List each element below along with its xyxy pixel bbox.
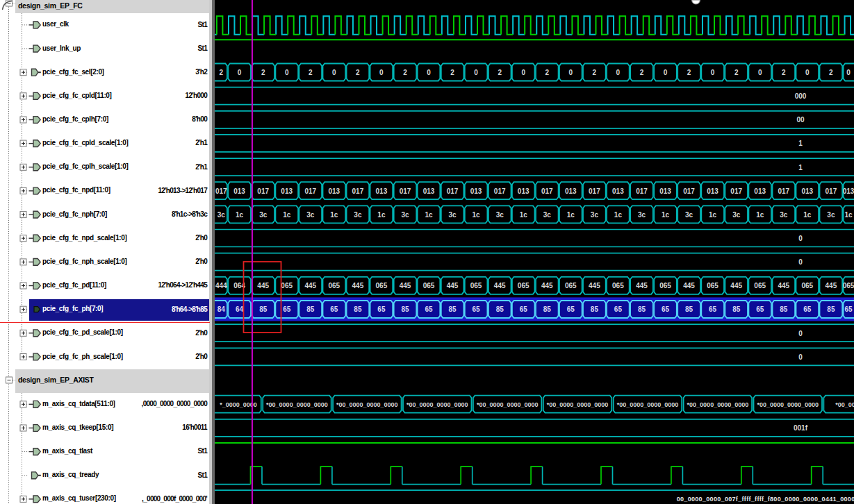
svg-text:85: 85 (591, 305, 599, 313)
svg-text:445: 445 (541, 282, 553, 289)
svg-text:3c: 3c (685, 211, 693, 219)
svg-text:1c: 1c (844, 211, 853, 219)
svg-text:445: 445 (400, 282, 411, 289)
svg-text:065: 065 (423, 282, 435, 289)
svg-text:85: 85 (827, 305, 835, 313)
svg-text:1c: 1c (567, 211, 575, 219)
svg-text:017: 017 (494, 187, 506, 195)
svg-text:3c: 3c (780, 211, 788, 219)
svg-text:1c: 1c (236, 211, 244, 219)
svg-text:013: 013 (423, 187, 435, 195)
svg-text:065: 065 (843, 282, 854, 289)
svg-text:065: 065 (565, 282, 577, 289)
svg-text:0: 0 (664, 69, 668, 76)
svg-text:3c: 3c (827, 211, 835, 219)
svg-text:*00_0000_0000_0000: *00_0000_0000_0000 (835, 401, 854, 408)
svg-text:65: 65 (520, 305, 528, 313)
svg-text:85: 85 (259, 305, 268, 313)
svg-text:013: 013 (801, 187, 813, 195)
svg-text:2: 2 (687, 69, 691, 76)
svg-text:*_0000_0000: *_0000_0000 (220, 401, 257, 408)
svg-text:85: 85 (401, 305, 409, 313)
svg-text:*00_0000_0000_0000: *00_0000_0000_0000 (266, 401, 328, 408)
svg-text:065: 065 (612, 282, 624, 289)
svg-text:85: 85 (306, 305, 315, 313)
svg-text:444: 444 (215, 282, 227, 289)
svg-text:000: 000 (795, 92, 807, 100)
svg-text:017: 017 (304, 187, 316, 195)
svg-text:85: 85 (354, 305, 362, 313)
svg-text:2: 2 (261, 69, 265, 76)
svg-text:85: 85 (685, 305, 693, 313)
svg-text:013: 013 (281, 187, 293, 195)
svg-text:1c: 1c (473, 211, 481, 219)
svg-text:1c: 1c (614, 211, 623, 219)
svg-text:00_0000_0000_007f_ffff_ffff_f8: 00_0000_0000_007f_ffff_ffff_f800_0000_00… (677, 496, 854, 503)
svg-text:013: 013 (233, 187, 245, 195)
svg-text:85: 85 (638, 305, 646, 313)
svg-text:0: 0 (798, 258, 803, 266)
svg-text:*00_0000_0000_0000: *00_0000_0000_0000 (757, 401, 819, 408)
svg-text:445: 445 (730, 282, 742, 289)
svg-text:445: 445 (683, 282, 695, 289)
svg-text:65: 65 (283, 305, 291, 313)
svg-text:445: 445 (636, 282, 648, 289)
svg-text:017: 017 (257, 187, 269, 195)
svg-text:065: 065 (328, 282, 340, 289)
svg-text:017: 017 (400, 187, 411, 195)
svg-text:445: 445 (778, 282, 789, 289)
svg-text:2: 2 (356, 69, 360, 76)
svg-text:0: 0 (427, 69, 431, 76)
svg-text:*00_0000_0000_0000: *00_0000_0000_0000 (617, 401, 679, 408)
svg-text:065: 065 (376, 282, 388, 289)
svg-text:65: 65 (844, 305, 853, 313)
svg-text:017: 017 (447, 187, 459, 195)
svg-text:017: 017 (589, 187, 600, 195)
svg-text:00: 00 (796, 116, 805, 124)
svg-text:445: 445 (494, 282, 506, 289)
svg-text:2: 2 (734, 69, 739, 76)
svg-text:065: 065 (801, 282, 813, 289)
svg-text:065: 065 (518, 282, 529, 289)
svg-text:0: 0 (521, 69, 525, 76)
svg-text:1c: 1c (520, 211, 528, 219)
svg-text:85: 85 (732, 305, 741, 313)
svg-text:017: 017 (826, 187, 837, 195)
svg-text:*00_0000_0000_0000: *00_0000_0000_0000 (407, 401, 468, 408)
svg-text:013: 013 (707, 187, 718, 195)
svg-text:2: 2 (545, 69, 550, 76)
svg-text:0: 0 (798, 353, 803, 361)
svg-text:2: 2 (498, 69, 502, 76)
svg-text:017: 017 (683, 187, 695, 195)
svg-text:65: 65 (709, 305, 717, 313)
svg-text:013: 013 (659, 187, 671, 195)
svg-text:445: 445 (352, 282, 364, 289)
svg-text:3c: 3c (259, 211, 268, 219)
svg-text:017: 017 (215, 187, 227, 195)
svg-text:017: 017 (730, 187, 742, 195)
svg-text:3c: 3c (496, 211, 504, 219)
svg-text:1: 1 (798, 164, 803, 171)
svg-text:013: 013 (612, 187, 624, 195)
svg-text:445: 445 (257, 282, 269, 289)
svg-text:001f: 001f (794, 424, 808, 432)
svg-text:0: 0 (798, 330, 803, 337)
svg-text:65: 65 (803, 305, 812, 313)
svg-text:445: 445 (589, 282, 600, 289)
svg-text:65: 65 (614, 305, 623, 313)
svg-text:1c: 1c (377, 211, 386, 219)
svg-text:0: 0 (798, 235, 803, 242)
svg-text:85: 85 (496, 305, 504, 313)
svg-text:2: 2 (829, 69, 833, 76)
svg-text:1: 1 (798, 140, 803, 147)
svg-text:0: 0 (758, 69, 762, 76)
svg-text:013: 013 (376, 187, 388, 195)
svg-text:3c: 3c (306, 211, 315, 219)
svg-text:065: 065 (754, 282, 766, 289)
svg-text:013: 013 (470, 187, 482, 195)
svg-text:013: 013 (754, 187, 766, 195)
svg-text:3c: 3c (732, 211, 741, 219)
svg-text:3c: 3c (401, 211, 409, 219)
svg-text:2: 2 (220, 69, 224, 76)
svg-text:445: 445 (304, 282, 316, 289)
